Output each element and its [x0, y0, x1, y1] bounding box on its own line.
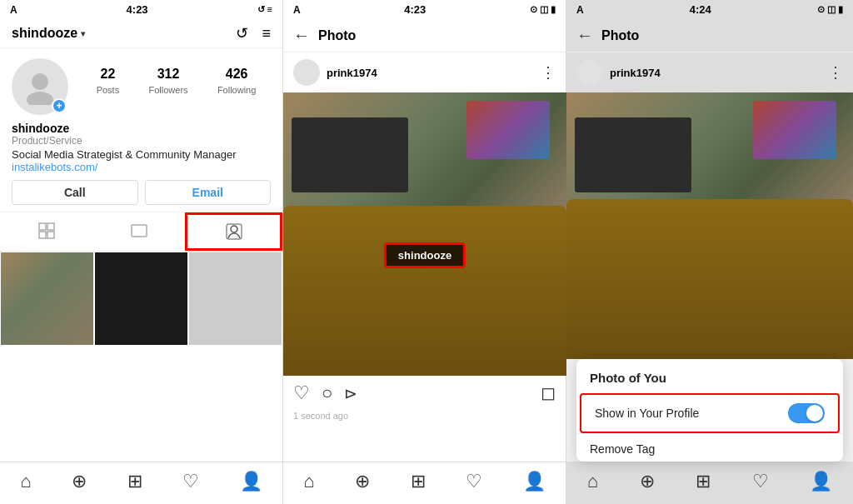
- svg-rect-5: [47, 232, 54, 238]
- tabs-row: [0, 212, 282, 252]
- profile-category: Product/Service: [12, 135, 271, 147]
- home-icon[interactable]: ⌂: [20, 471, 31, 492]
- show-in-profile-toggle[interactable]: [788, 403, 825, 423]
- bookmark-button-2[interactable]: ◻: [541, 382, 556, 404]
- comment-button-2[interactable]: ○: [322, 382, 332, 404]
- tab-grid[interactable]: [0, 212, 92, 251]
- svg-rect-3: [47, 223, 54, 230]
- chevron-down-icon: ▾: [81, 29, 85, 38]
- table-element-3: [566, 199, 853, 359]
- svg-rect-2: [39, 223, 46, 230]
- table-element: [283, 206, 566, 376]
- tag-bubble-2[interactable]: shindooze: [384, 242, 466, 268]
- profile-username: shindooze: [12, 122, 271, 135]
- status-icons-1: ↺ ≡: [257, 4, 272, 15]
- laptop-screen-3: [753, 101, 836, 159]
- bottom-nav-3: ⌂ ⊕ ⊞ ♡ 👤: [566, 462, 853, 504]
- stat-followers: 312 Followers: [148, 67, 187, 97]
- share-button-2[interactable]: ⊳: [344, 384, 357, 403]
- photo-header-3: ← Photo: [566, 19, 853, 52]
- time-2: 4:23: [404, 3, 426, 16]
- account-name[interactable]: shindooze ▾: [12, 26, 85, 41]
- time-3: 4:24: [690, 3, 711, 16]
- ig-header: shindooze ▾ ↺ ≡: [0, 19, 282, 48]
- status-bar-1: A 4:23 ↺ ≡: [0, 0, 282, 19]
- search-icon[interactable]: ⊕: [72, 471, 87, 492]
- svg-point-7: [231, 226, 237, 232]
- more-options-icon-3[interactable]: ⋮: [828, 63, 843, 82]
- profile-website[interactable]: instalikebots.com/: [12, 161, 271, 173]
- app-icon-2: A: [293, 4, 301, 16]
- email-button[interactable]: Email: [145, 180, 272, 205]
- photo-header-2: ← Photo: [283, 19, 566, 52]
- home-icon-3[interactable]: ⌂: [587, 471, 598, 492]
- photo-user-row-2: prink1974 ⋮: [283, 52, 566, 92]
- user-avatar-3: [576, 59, 603, 86]
- bottom-nav-2: ⌂ ⊕ ⊞ ♡ 👤: [283, 462, 566, 504]
- action-buttons: Call Email: [0, 180, 282, 212]
- svg-point-0: [32, 73, 48, 90]
- timestamp-2: 1 second ago: [283, 411, 566, 424]
- back-button-2[interactable]: ←: [293, 26, 310, 45]
- photo-cell-1[interactable]: [0, 252, 94, 346]
- tab-tagged[interactable]: [185, 212, 282, 251]
- profile-icon-2[interactable]: 👤: [523, 471, 546, 492]
- app-icon-1: A: [10, 4, 17, 16]
- profile-stats: 22 Posts 312 Followers 426 Following: [82, 58, 271, 97]
- photo-title-2: Photo: [318, 28, 556, 43]
- status-bar-2: A 4:23 ⊙ ◫ ▮: [283, 0, 566, 19]
- add-photo-button[interactable]: +: [52, 98, 67, 113]
- heart-icon[interactable]: ♡: [182, 471, 199, 492]
- svg-point-1: [27, 92, 53, 105]
- photo-cell-3[interactable]: [188, 252, 282, 346]
- add-post-icon-2[interactable]: ⊞: [411, 471, 426, 492]
- panel-profile: A 4:23 ↺ ≡ shindooze ▾ ↺ ≡ + 22: [0, 0, 283, 504]
- call-button[interactable]: Call: [12, 180, 138, 205]
- bottom-nav-1: ⌂ ⊕ ⊞ ♡ 👤: [0, 462, 282, 504]
- toggle-knob: [806, 405, 823, 422]
- stat-following: 426 Following: [217, 67, 256, 97]
- like-button-2[interactable]: ♡: [293, 382, 310, 404]
- add-post-icon-3[interactable]: ⊞: [696, 471, 711, 492]
- menu-icon[interactable]: ≡: [262, 25, 271, 42]
- photo-cell-2[interactable]: [94, 252, 188, 346]
- panel-photo-tag: A 4:24 ⊙ ◫ ▮ ← Photo prink1974 ⋮ Photo o…: [566, 0, 853, 504]
- history-icon[interactable]: ↺: [236, 24, 248, 42]
- laptop-body: [292, 117, 408, 192]
- photo-user-row-3: prink1974 ⋮: [566, 52, 853, 92]
- tagged-person-icon: [226, 223, 242, 240]
- username-2[interactable]: prink1974: [327, 67, 541, 79]
- more-options-icon-2[interactable]: ⋮: [541, 63, 556, 82]
- photo-title-3: Photo: [601, 28, 843, 43]
- heart-icon-3[interactable]: ♡: [752, 471, 769, 492]
- profile-bio: Social Media Strategist & Community Mana…: [12, 148, 271, 161]
- app-icon-3: A: [576, 4, 584, 16]
- post-actions-2: ♡ ○ ⊳ ◻: [283, 376, 566, 411]
- profile-section: + 22 Posts 312 Followers 426 Following: [0, 48, 282, 122]
- home-icon-2[interactable]: ⌂: [303, 471, 314, 492]
- show-in-profile-label: Show in Your Profile: [595, 407, 788, 420]
- back-button-3[interactable]: ←: [576, 26, 593, 45]
- user-avatar-2: [293, 59, 320, 86]
- svg-rect-4: [39, 232, 46, 238]
- photo-of-you-title: Photo of You: [576, 359, 843, 393]
- laptop-body-3: [575, 117, 691, 192]
- heart-icon-2[interactable]: ♡: [466, 471, 482, 492]
- panel-photo: A 4:23 ⊙ ◫ ▮ ← Photo prink1974 ⋮ shindoo…: [283, 0, 566, 504]
- status-bar-3: A 4:24 ⊙ ◫ ▮: [566, 0, 853, 19]
- svg-rect-6: [132, 225, 147, 237]
- tab-feed[interactable]: [92, 212, 185, 251]
- search-icon-2[interactable]: ⊕: [355, 471, 370, 492]
- show-in-profile-row: Show in Your Profile: [580, 393, 840, 433]
- username-3[interactable]: prink1974: [610, 67, 828, 79]
- profile-icon[interactable]: 👤: [240, 471, 262, 492]
- stat-posts: 22 Posts: [97, 67, 120, 97]
- add-post-icon[interactable]: ⊞: [127, 471, 142, 492]
- main-photo-2: shindooze: [283, 92, 566, 376]
- remove-tag-button[interactable]: Remove Tag: [576, 433, 843, 462]
- profile-icon-3[interactable]: 👤: [810, 471, 832, 492]
- time-1: 4:23: [127, 3, 148, 16]
- avatar-image: [22, 68, 58, 105]
- photo-background-2: [283, 92, 566, 376]
- search-icon-3[interactable]: ⊕: [640, 471, 655, 492]
